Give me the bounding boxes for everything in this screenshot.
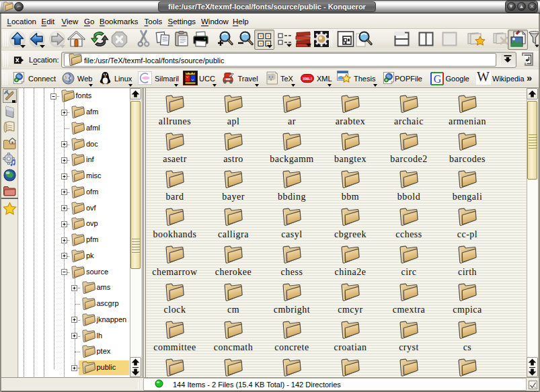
svg-text:XML!: XML!: [303, 77, 312, 81]
svg-text:G: G: [433, 73, 441, 85]
